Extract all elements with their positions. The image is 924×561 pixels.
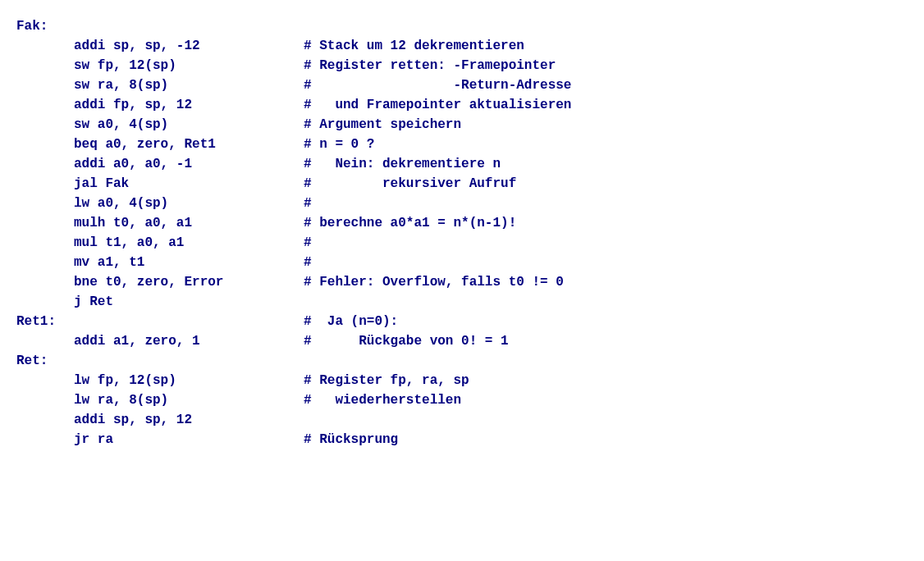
comment: # Register fp, ra, sp (304, 371, 908, 390)
instruction: lw ra, 8(sp) (74, 390, 304, 410)
code-line: sw ra, 8(sp)# -Return-Adresse (16, 75, 908, 95)
instruction: jr ra (74, 430, 304, 449)
instruction: addi a0, a0, -1 (74, 154, 304, 174)
label (16, 390, 74, 410)
label (16, 75, 74, 95)
comment (304, 292, 908, 312)
label (16, 331, 74, 351)
code-line: sw fp, 12(sp)# Register retten: -Framepo… (16, 56, 908, 75)
code-line: Ret: (16, 351, 908, 371)
comment: # Fehler: Overflow, falls t0 != 0 (304, 272, 908, 292)
label (16, 253, 74, 272)
instruction: j Ret (74, 292, 304, 312)
code-line: lw a0, 4(sp)# (16, 194, 908, 213)
comment: # (304, 233, 908, 253)
label (16, 371, 74, 390)
code-line: sw a0, 4(sp)# Argument speichern (16, 115, 908, 135)
comment: # rekursiver Aufruf (304, 174, 908, 194)
code-line: addi sp, sp, -12# Stack um 12 dekrementi… (16, 36, 908, 56)
instruction: lw fp, 12(sp) (74, 371, 304, 390)
code-line: bne t0, zero, Error# Fehler: Overflow, f… (16, 272, 908, 292)
label (16, 56, 74, 75)
comment: # Nein: dekrementiere n (304, 154, 908, 174)
comment: # Register retten: -Framepointer (304, 56, 908, 75)
label (16, 95, 74, 115)
code-line: addi a1, zero, 1# Rückgabe von 0! = 1 (16, 331, 908, 351)
code-line: mul t1, a0, a1# (16, 233, 908, 253)
instruction (74, 312, 304, 331)
instruction: addi a1, zero, 1 (74, 331, 304, 351)
comment: # Stack um 12 dekrementieren (304, 36, 908, 56)
label (16, 430, 74, 449)
label (16, 213, 74, 233)
code-line: jal Fak# rekursiver Aufruf (16, 174, 908, 194)
comment: # Argument speichern (304, 115, 908, 135)
comment: # und Framepointer aktualisieren (304, 95, 908, 115)
instruction: mulh t0, a0, a1 (74, 213, 304, 233)
instruction: mul t1, a0, a1 (74, 233, 304, 253)
instruction (74, 16, 304, 36)
instruction: mv a1, t1 (74, 253, 304, 272)
comment: # wiederherstellen (304, 390, 908, 410)
instruction: sw a0, 4(sp) (74, 115, 304, 135)
code-line: j Ret (16, 292, 908, 312)
assembly-code-listing: Fak:addi sp, sp, -12# Stack um 12 dekrem… (16, 16, 908, 449)
comment: # -Return-Adresse (304, 75, 908, 95)
label: Ret: (16, 351, 74, 371)
code-line: beq a0, zero, Ret1# n = 0 ? (16, 135, 908, 154)
code-line: lw ra, 8(sp)# wiederherstellen (16, 390, 908, 410)
code-line: jr ra# Rücksprung (16, 430, 908, 449)
code-line: addi fp, sp, 12# und Framepointer aktual… (16, 95, 908, 115)
instruction: beq a0, zero, Ret1 (74, 135, 304, 154)
label (16, 410, 74, 430)
instruction: bne t0, zero, Error (74, 272, 304, 292)
comment (304, 16, 908, 36)
comment: # Ja (n=0): (304, 312, 908, 331)
instruction: sw ra, 8(sp) (74, 75, 304, 95)
label: Fak: (16, 16, 74, 36)
comment: # berechne a0*a1 = n*(n-1)! (304, 213, 908, 233)
label (16, 272, 74, 292)
label (16, 135, 74, 154)
code-line: lw fp, 12(sp)# Register fp, ra, sp (16, 371, 908, 390)
label (16, 36, 74, 56)
label (16, 115, 74, 135)
instruction: addi sp, sp, -12 (74, 36, 304, 56)
label: Ret1: (16, 312, 74, 331)
comment (304, 410, 908, 430)
label (16, 233, 74, 253)
instruction: lw a0, 4(sp) (74, 194, 304, 213)
label (16, 194, 74, 213)
comment: # n = 0 ? (304, 135, 908, 154)
comment: # (304, 253, 908, 272)
label (16, 292, 74, 312)
instruction (74, 351, 304, 371)
code-line: mulh t0, a0, a1# berechne a0*a1 = n*(n-1… (16, 213, 908, 233)
label (16, 154, 74, 174)
instruction: addi sp, sp, 12 (74, 410, 304, 430)
comment: # Rücksprung (304, 430, 908, 449)
label (16, 174, 74, 194)
instruction: addi fp, sp, 12 (74, 95, 304, 115)
comment: # (304, 194, 908, 213)
comment: # Rückgabe von 0! = 1 (304, 331, 908, 351)
code-line: mv a1, t1# (16, 253, 908, 272)
code-line: Fak: (16, 16, 908, 36)
instruction: sw fp, 12(sp) (74, 56, 304, 75)
comment (304, 351, 908, 371)
code-line: Ret1:# Ja (n=0): (16, 312, 908, 331)
code-line: addi sp, sp, 12 (16, 410, 908, 430)
code-line: addi a0, a0, -1# Nein: dekrementiere n (16, 154, 908, 174)
instruction: jal Fak (74, 174, 304, 194)
